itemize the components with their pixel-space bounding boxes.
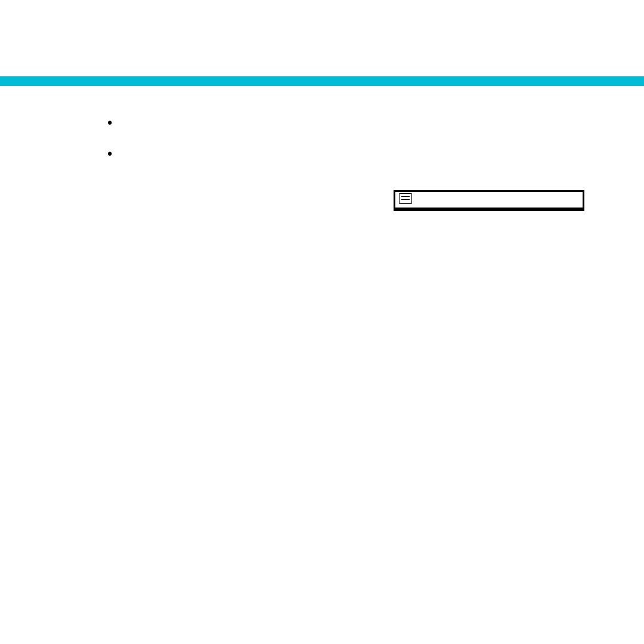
bullet-list: • • bbox=[60, 113, 584, 164]
steps-with-figure bbox=[60, 189, 584, 211]
bullet-item: • bbox=[107, 113, 584, 132]
header-accent-bar bbox=[0, 76, 644, 86]
device-screen-figure bbox=[394, 190, 584, 211]
bullet-icon: • bbox=[107, 113, 125, 132]
device-screen-title-row bbox=[395, 192, 583, 209]
bullet-item: • bbox=[107, 144, 584, 163]
bullet-icon: • bbox=[107, 144, 125, 163]
document-page: • • bbox=[0, 0, 644, 644]
list-icon bbox=[399, 193, 412, 204]
page-content: • • bbox=[60, 113, 584, 213]
